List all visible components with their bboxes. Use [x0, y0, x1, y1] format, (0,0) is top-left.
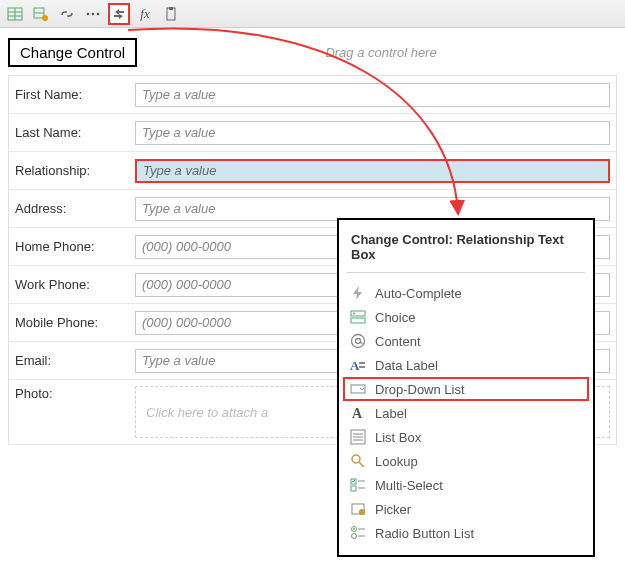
clipboard-icon[interactable] — [160, 3, 182, 25]
form-canvas: Change Control Drag a control here First… — [0, 28, 625, 563]
label-icon: A — [349, 404, 367, 422]
svg-point-36 — [352, 534, 357, 539]
popup-item-label: Lookup — [375, 454, 418, 469]
change-control-popup: Change Control: Relationship Text Box Au… — [337, 218, 595, 557]
popup-item-label: List Box — [375, 430, 421, 445]
field-label: Relationship: — [15, 163, 135, 178]
popup-item-label: Multi-Select — [375, 478, 443, 493]
text-input[interactable]: Type a value — [135, 83, 610, 107]
svg-point-8 — [92, 12, 95, 15]
svg-point-35 — [353, 528, 355, 530]
popup-item-label: Label — [375, 406, 407, 421]
popup-item[interactable]: Multi-Select — [345, 473, 587, 497]
field-label: Home Phone: — [15, 239, 135, 254]
svg-rect-19 — [359, 366, 365, 368]
form-row: Last Name:Type a value — [9, 114, 616, 152]
popup-item-label: Data Label — [375, 358, 438, 373]
grid-icon[interactable] — [4, 3, 26, 25]
popup-item-label: Choice — [375, 310, 415, 325]
svg-rect-18 — [359, 362, 365, 364]
popup-item[interactable]: Content — [345, 329, 587, 353]
svg-line-27 — [359, 462, 364, 467]
svg-point-16 — [356, 339, 361, 344]
change-control-button[interactable]: Change Control — [8, 38, 137, 67]
popup-item[interactable]: ALabel — [345, 401, 587, 425]
toolbar: fx — [0, 0, 625, 28]
svg-rect-29 — [351, 486, 356, 491]
field-label: Last Name: — [15, 125, 135, 140]
svg-point-6 — [42, 15, 48, 21]
form-row: Relationship:Type a value — [9, 152, 616, 190]
popup-item[interactable]: Radio Button List — [345, 521, 587, 545]
svg-rect-13 — [351, 318, 365, 323]
svg-point-14 — [353, 313, 355, 315]
popup-item-label: Auto-Complete — [375, 286, 462, 301]
dropdown-icon — [349, 380, 367, 398]
form-row: First Name:Type a value — [9, 76, 616, 114]
divider — [347, 272, 585, 273]
choice-icon — [349, 308, 367, 326]
popup-item[interactable]: Choice — [345, 305, 587, 329]
field-label: Address: — [15, 201, 135, 216]
ellipsis-icon[interactable] — [82, 3, 104, 25]
bolt-icon — [349, 284, 367, 302]
popup-item[interactable]: List Box — [345, 425, 587, 449]
field-label: Mobile Phone: — [15, 315, 135, 330]
popup-item-label: Content — [375, 334, 421, 349]
popup-item[interactable]: Lookup — [345, 449, 587, 473]
radio-icon — [349, 524, 367, 542]
link-icon[interactable] — [56, 3, 78, 25]
field-label: Photo: — [15, 386, 135, 401]
popup-item-label: Picker — [375, 502, 411, 517]
picker-icon — [349, 500, 367, 518]
lookup-icon — [349, 452, 367, 470]
grid-plus-icon[interactable] — [30, 3, 52, 25]
field-label: Email: — [15, 353, 135, 368]
svg-rect-11 — [169, 7, 173, 10]
text-input[interactable]: Type a value — [135, 121, 610, 145]
svg-point-7 — [87, 12, 90, 15]
svg-point-9 — [97, 12, 100, 15]
popup-item-label: Radio Button List — [375, 526, 474, 541]
text-input[interactable]: Type a value — [135, 159, 610, 183]
popup-title: Change Control: Relationship Text Box — [345, 230, 587, 272]
field-label: First Name: — [15, 87, 135, 102]
svg-point-15 — [352, 335, 365, 348]
popup-item[interactable]: Auto-Complete — [345, 281, 587, 305]
drag-hint: Drag a control here — [145, 45, 617, 60]
svg-point-33 — [359, 509, 365, 515]
popup-item[interactable]: Drop-Down List — [343, 377, 589, 401]
svg-text:A: A — [352, 406, 363, 421]
swap-icon[interactable] — [108, 3, 130, 25]
svg-text:A: A — [350, 358, 360, 373]
popup-item[interactable]: AData Label — [345, 353, 587, 377]
list-icon — [349, 428, 367, 446]
fx-icon[interactable]: fx — [134, 3, 156, 25]
field-label: Work Phone: — [15, 277, 135, 292]
at-icon — [349, 332, 367, 350]
multiselect-icon — [349, 476, 367, 494]
data-label-icon: A — [349, 356, 367, 374]
text-input[interactable]: Type a value — [135, 197, 610, 221]
popup-item-label: Drop-Down List — [375, 382, 465, 397]
svg-point-26 — [352, 455, 360, 463]
popup-item[interactable]: Picker — [345, 497, 587, 521]
